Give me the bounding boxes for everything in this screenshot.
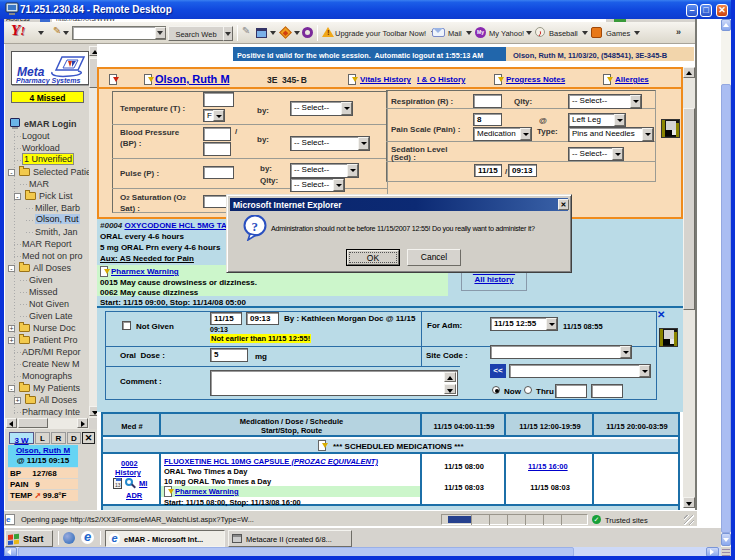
svg-text:?: ? — [252, 219, 259, 234]
